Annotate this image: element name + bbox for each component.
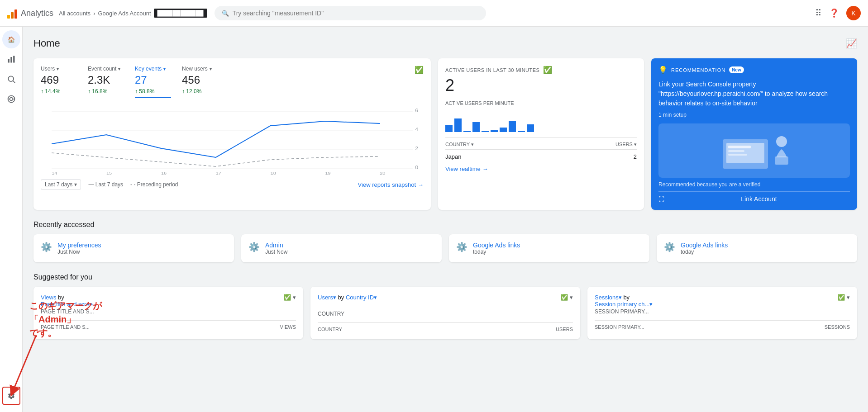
suggested-card-actions-2: ✅ ▾ bbox=[838, 294, 850, 301]
search-input[interactable] bbox=[233, 9, 479, 17]
explore-icon bbox=[7, 75, 16, 84]
recent-card-info-0: My preferences Just Now bbox=[57, 242, 101, 255]
avatar[interactable]: K bbox=[846, 6, 861, 20]
recent-card-3[interactable]: ⚙️ Google Ads links today bbox=[657, 234, 857, 262]
suggested-dimension-1[interactable]: Country ID▾ bbox=[346, 294, 377, 301]
mini-bar bbox=[518, 131, 525, 133]
svg-text:16: 16 bbox=[161, 171, 167, 175]
country-table: COUNTRY ▾ USERS ▾ Japan 2 bbox=[445, 142, 637, 162]
sidebar-item-explore[interactable] bbox=[2, 70, 20, 88]
arrow-right-icon: → bbox=[418, 181, 424, 188]
recently-accessed-row: ⚙️ My preferences Just Now ⚙️ Admin Just… bbox=[33, 234, 857, 262]
mini-bar bbox=[482, 131, 489, 133]
logo-icon bbox=[7, 8, 17, 19]
key-events-change: ↑ 58.8% bbox=[135, 88, 171, 95]
sidebar-item-reports[interactable] bbox=[2, 50, 20, 68]
suggested-card-2: Sessions▾ by Session primary ch...▾ SESS… bbox=[587, 287, 857, 339]
rec-body: Link your Search Console property "https… bbox=[658, 80, 850, 108]
recent-card-1[interactable]: ⚙️ Admin Just Now bbox=[241, 234, 442, 262]
help-icon[interactable]: ❓ bbox=[829, 8, 839, 18]
rec-header: 💡 RECOMMENDATION New bbox=[658, 66, 850, 74]
search-bar[interactable]: 🔍 bbox=[215, 6, 486, 20]
suggested-dropdown-icon-1[interactable]: ▾ bbox=[570, 294, 573, 301]
sidebar-item-advertising[interactable] bbox=[2, 90, 20, 108]
suggested-by-0: by bbox=[58, 294, 64, 301]
suggested-metric-0[interactable]: Views bbox=[41, 294, 56, 301]
suggested-col-dimension-2: SESSION PRIMARY... bbox=[595, 324, 644, 330]
rec-new-badge: New bbox=[729, 66, 744, 73]
suggested-card-actions-1: ✅ ▾ bbox=[561, 294, 573, 301]
metric-tab-key-events[interactable]: Key events ▾ 27 ↑ 58.8% bbox=[135, 66, 171, 98]
mini-bars bbox=[445, 109, 637, 132]
suggested-dropdown-icon-2[interactable]: ▾ bbox=[847, 294, 850, 301]
view-reports-link[interactable]: View reports snapshot → bbox=[358, 181, 424, 188]
suggested-col-metric-2: SESSIONS bbox=[825, 324, 850, 330]
advertising-icon bbox=[7, 95, 16, 104]
chart-footer: Last 7 days ▾ — Last 7 days - - Precedin… bbox=[41, 179, 424, 190]
suggested-metric-2[interactable]: Sessions▾ bbox=[595, 294, 622, 301]
link-account-button[interactable]: Link Account bbox=[668, 195, 850, 203]
recent-card-0[interactable]: ⚙️ My preferences Just Now bbox=[33, 234, 234, 262]
breadcrumb-all-accounts[interactable]: All accounts bbox=[59, 10, 91, 17]
recent-gear-icon-3: ⚙️ bbox=[664, 242, 675, 252]
users-dropdown-arrow[interactable]: ▾ bbox=[634, 142, 637, 147]
suggested-dimension-0[interactable]: Page title and scree... bbox=[41, 301, 98, 308]
country-users: 2 bbox=[634, 153, 637, 160]
suggested-col-headers-2: SESSION PRIMARY... SESSIONS bbox=[595, 320, 850, 330]
active-per-min-label: ACTIVE USERS PER MINUTE bbox=[445, 100, 637, 106]
suggested-check-icon-0: ✅ bbox=[284, 294, 291, 301]
cards-row: Users ▾ 469 ↑ 14.4% Event count ▾ 2.3K ↑… bbox=[33, 58, 857, 210]
country-dropdown-arrow[interactable]: ▾ bbox=[471, 142, 474, 147]
app-title: Analytics bbox=[21, 9, 53, 18]
apps-icon[interactable]: ⠿ bbox=[815, 8, 822, 19]
date-range-button[interactable]: Last 7 days ▾ bbox=[41, 179, 81, 190]
metric-tab-event-count[interactable]: Event count ▾ 2.3K ↑ 16.8% bbox=[88, 66, 124, 98]
recent-card-info-2: Google Ads links today bbox=[473, 242, 520, 255]
suggested-subtitle-2: SESSION PRIMARY... bbox=[595, 308, 653, 315]
recent-gear-icon-2: ⚙️ bbox=[456, 242, 467, 252]
svg-rect-0 bbox=[8, 59, 9, 63]
mini-bar bbox=[527, 124, 534, 133]
svg-point-6 bbox=[10, 98, 13, 101]
suggested-col-dimension-1: COUNTRY bbox=[318, 327, 342, 332]
users-dropdown-arrow: ▾ bbox=[57, 66, 59, 71]
expand-icon[interactable]: ⛶ bbox=[658, 196, 664, 203]
svg-text:2: 2 bbox=[415, 146, 418, 151]
svg-rect-28 bbox=[728, 150, 744, 152]
suggested-col-metric-1: USERS bbox=[556, 327, 573, 332]
realtime-arrow-icon: → bbox=[482, 166, 488, 172]
new-users-tab-label: New users ▾ bbox=[182, 66, 218, 72]
metric-tab-users[interactable]: Users ▾ 469 ↑ 14.4% bbox=[41, 66, 77, 98]
breadcrumb-account-name: Google Ads Account bbox=[98, 10, 151, 17]
divider bbox=[445, 137, 637, 138]
event-count-value: 2.3K bbox=[88, 74, 124, 86]
suggested-dimension-2[interactable]: Session primary ch...▾ bbox=[595, 301, 653, 308]
active-users-card: ACTIVE USERS IN LAST 30 MINUTES ✅ 2 ACTI… bbox=[438, 58, 644, 210]
new-users-change: ↑ 12.0% bbox=[182, 88, 218, 95]
recent-card-2[interactable]: ⚙️ Google Ads links today bbox=[449, 234, 649, 262]
view-realtime-link[interactable]: View realtime → bbox=[445, 166, 637, 172]
rec-actions: ⛶ Link Account bbox=[658, 191, 850, 203]
chart-icon[interactable]: 📈 bbox=[846, 38, 857, 49]
event-count-tab-label: Event count ▾ bbox=[88, 66, 124, 72]
active-users-count: 2 bbox=[445, 76, 637, 95]
country-name: Japan bbox=[445, 153, 461, 160]
suggested-card-0: Views by Page title and scree... PAGE TI… bbox=[33, 287, 303, 339]
recent-card-time-1: Just Now bbox=[265, 249, 287, 255]
country-row: Japan 2 bbox=[445, 152, 637, 162]
recent-card-title-3: Google Ads links bbox=[681, 242, 728, 249]
svg-text:6: 6 bbox=[415, 108, 418, 113]
suggested-metric-1[interactable]: Users▾ bbox=[318, 294, 336, 301]
recent-card-time-0: Just Now bbox=[57, 249, 101, 255]
suggested-card-title-1: Users▾ by Country ID▾ COUNTRY bbox=[318, 294, 377, 317]
recent-card-time-3: today bbox=[681, 249, 728, 255]
svg-line-4 bbox=[13, 81, 15, 83]
breadcrumb-separator: › bbox=[93, 10, 95, 17]
breadcrumb: All accounts › Google Ads Account ██████… bbox=[59, 9, 207, 18]
suggested-subtitle-0: PAGE TITLE AND S... bbox=[41, 308, 98, 315]
metric-tab-new-users[interactable]: New users ▾ 456 ↑ 12.0% bbox=[182, 66, 218, 98]
metrics-card: Users ▾ 469 ↑ 14.4% Event count ▾ 2.3K ↑… bbox=[33, 58, 431, 210]
account-badge[interactable]: ████████████ bbox=[154, 9, 207, 18]
suggested-dropdown-icon-0[interactable]: ▾ bbox=[293, 294, 296, 301]
sidebar-item-home[interactable]: 🏠 bbox=[2, 30, 20, 48]
